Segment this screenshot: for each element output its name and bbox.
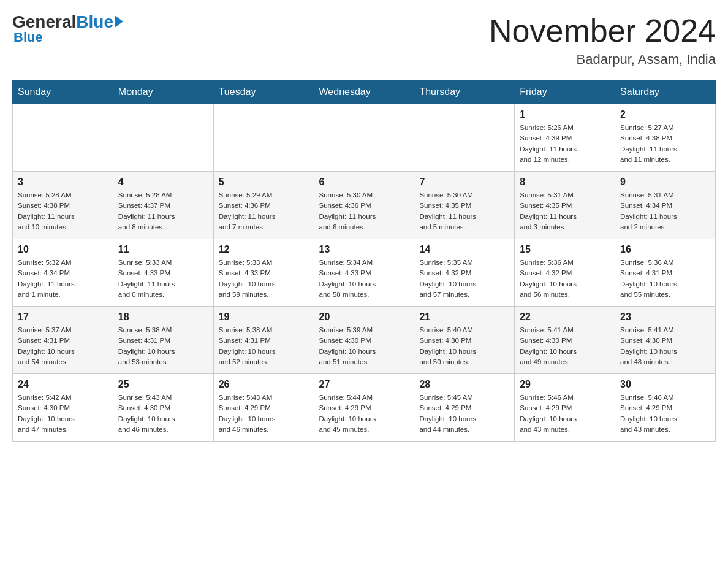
weekday-header-saturday: Saturday (615, 80, 716, 104)
calendar-week-row: 10Sunrise: 5:32 AMSunset: 4:34 PMDayligh… (13, 239, 716, 307)
day-info: Sunrise: 5:44 AMSunset: 4:29 PMDaylight:… (319, 393, 409, 435)
logo: General Blue Blue (12, 12, 123, 45)
day-number: 30 (620, 379, 710, 390)
logo-arrow-icon (115, 15, 123, 28)
calendar-cell: 12Sunrise: 5:33 AMSunset: 4:33 PMDayligh… (213, 239, 314, 307)
day-number: 24 (18, 379, 108, 390)
day-number: 19 (219, 312, 309, 323)
day-number: 10 (18, 244, 108, 255)
weekday-header-thursday: Thursday (414, 80, 515, 104)
day-info: Sunrise: 5:42 AMSunset: 4:30 PMDaylight:… (18, 393, 108, 435)
day-number: 29 (520, 379, 610, 390)
day-info: Sunrise: 5:32 AMSunset: 4:34 PMDaylight:… (18, 258, 108, 300)
calendar-cell: 28Sunrise: 5:45 AMSunset: 4:29 PMDayligh… (414, 374, 515, 442)
day-info: Sunrise: 5:45 AMSunset: 4:29 PMDaylight:… (419, 393, 509, 435)
calendar-week-row: 1Sunrise: 5:26 AMSunset: 4:39 PMDaylight… (13, 104, 716, 172)
day-info: Sunrise: 5:28 AMSunset: 4:38 PMDaylight:… (18, 190, 108, 232)
calendar-cell: 27Sunrise: 5:44 AMSunset: 4:29 PMDayligh… (314, 374, 414, 442)
calendar-cell: 23Sunrise: 5:41 AMSunset: 4:30 PMDayligh… (615, 307, 716, 374)
calendar-cell: 16Sunrise: 5:36 AMSunset: 4:31 PMDayligh… (615, 239, 716, 307)
calendar-cell: 21Sunrise: 5:40 AMSunset: 4:30 PMDayligh… (414, 307, 515, 374)
weekday-header-wednesday: Wednesday (314, 80, 414, 104)
day-number: 6 (319, 177, 409, 188)
calendar-week-row: 24Sunrise: 5:42 AMSunset: 4:30 PMDayligh… (13, 374, 716, 442)
day-number: 21 (419, 312, 509, 323)
calendar-cell: 18Sunrise: 5:38 AMSunset: 4:31 PMDayligh… (113, 307, 213, 374)
day-number: 9 (620, 177, 710, 188)
day-info: Sunrise: 5:39 AMSunset: 4:30 PMDaylight:… (319, 325, 409, 367)
weekday-header-sunday: Sunday (13, 80, 113, 104)
logo-subtitle: Blue (12, 29, 43, 45)
day-info: Sunrise: 5:37 AMSunset: 4:31 PMDaylight:… (18, 325, 108, 367)
day-info: Sunrise: 5:41 AMSunset: 4:30 PMDaylight:… (520, 325, 610, 367)
day-info: Sunrise: 5:43 AMSunset: 4:30 PMDaylight:… (118, 393, 208, 435)
day-number: 4 (118, 177, 208, 188)
calendar-week-row: 17Sunrise: 5:37 AMSunset: 4:31 PMDayligh… (13, 307, 716, 374)
calendar-cell (213, 104, 314, 172)
day-info: Sunrise: 5:35 AMSunset: 4:32 PMDaylight:… (419, 258, 509, 300)
calendar-cell: 22Sunrise: 5:41 AMSunset: 4:30 PMDayligh… (515, 307, 615, 374)
day-number: 14 (419, 244, 509, 255)
calendar-cell: 17Sunrise: 5:37 AMSunset: 4:31 PMDayligh… (13, 307, 113, 374)
day-number: 2 (620, 109, 710, 120)
weekday-header-tuesday: Tuesday (213, 80, 314, 104)
day-number: 25 (118, 379, 208, 390)
day-number: 1 (520, 109, 610, 120)
day-number: 17 (18, 312, 108, 323)
calendar-cell: 2Sunrise: 5:27 AMSunset: 4:38 PMDaylight… (615, 104, 716, 172)
logo-blue-text: Blue (76, 12, 113, 32)
day-info: Sunrise: 5:41 AMSunset: 4:30 PMDaylight:… (620, 325, 710, 367)
calendar-cell (414, 104, 515, 172)
day-number: 22 (520, 312, 610, 323)
day-info: Sunrise: 5:33 AMSunset: 4:33 PMDaylight:… (118, 258, 208, 300)
weekday-header-friday: Friday (515, 80, 615, 104)
day-info: Sunrise: 5:28 AMSunset: 4:37 PMDaylight:… (118, 190, 208, 232)
calendar-cell: 8Sunrise: 5:31 AMSunset: 4:35 PMDaylight… (515, 172, 615, 239)
calendar-cell (13, 104, 113, 172)
day-info: Sunrise: 5:31 AMSunset: 4:34 PMDaylight:… (620, 190, 710, 232)
day-number: 8 (520, 177, 610, 188)
header: General Blue Blue November 2024 Badarpur… (12, 12, 716, 67)
day-info: Sunrise: 5:34 AMSunset: 4:33 PMDaylight:… (319, 258, 409, 300)
calendar-cell: 4Sunrise: 5:28 AMSunset: 4:37 PMDaylight… (113, 172, 213, 239)
calendar-cell: 3Sunrise: 5:28 AMSunset: 4:38 PMDaylight… (13, 172, 113, 239)
day-info: Sunrise: 5:30 AMSunset: 4:35 PMDaylight:… (419, 190, 509, 232)
day-info: Sunrise: 5:36 AMSunset: 4:32 PMDaylight:… (520, 258, 610, 300)
calendar-cell: 1Sunrise: 5:26 AMSunset: 4:39 PMDaylight… (515, 104, 615, 172)
weekday-header-row: SundayMondayTuesdayWednesdayThursdayFrid… (13, 80, 716, 104)
day-info: Sunrise: 5:30 AMSunset: 4:36 PMDaylight:… (319, 190, 409, 232)
calendar-cell: 24Sunrise: 5:42 AMSunset: 4:30 PMDayligh… (13, 374, 113, 442)
calendar-table: SundayMondayTuesdayWednesdayThursdayFrid… (12, 80, 716, 442)
day-info: Sunrise: 5:27 AMSunset: 4:38 PMDaylight:… (620, 123, 710, 165)
day-info: Sunrise: 5:38 AMSunset: 4:31 PMDaylight:… (118, 325, 208, 367)
day-number: 7 (419, 177, 509, 188)
calendar-cell: 20Sunrise: 5:39 AMSunset: 4:30 PMDayligh… (314, 307, 414, 374)
day-number: 26 (219, 379, 309, 390)
day-info: Sunrise: 5:26 AMSunset: 4:39 PMDaylight:… (520, 123, 610, 165)
day-info: Sunrise: 5:43 AMSunset: 4:29 PMDaylight:… (219, 393, 309, 435)
calendar-cell: 19Sunrise: 5:38 AMSunset: 4:31 PMDayligh… (213, 307, 314, 374)
calendar-cell: 29Sunrise: 5:46 AMSunset: 4:29 PMDayligh… (515, 374, 615, 442)
calendar-cell: 5Sunrise: 5:29 AMSunset: 4:36 PMDaylight… (213, 172, 314, 239)
day-info: Sunrise: 5:38 AMSunset: 4:31 PMDaylight:… (219, 325, 309, 367)
day-info: Sunrise: 5:40 AMSunset: 4:30 PMDaylight:… (419, 325, 509, 367)
day-number: 20 (319, 312, 409, 323)
calendar-cell: 13Sunrise: 5:34 AMSunset: 4:33 PMDayligh… (314, 239, 414, 307)
day-number: 5 (219, 177, 309, 188)
calendar-cell: 7Sunrise: 5:30 AMSunset: 4:35 PMDaylight… (414, 172, 515, 239)
day-info: Sunrise: 5:29 AMSunset: 4:36 PMDaylight:… (219, 190, 309, 232)
day-info: Sunrise: 5:36 AMSunset: 4:31 PMDaylight:… (620, 258, 710, 300)
calendar-cell: 11Sunrise: 5:33 AMSunset: 4:33 PMDayligh… (113, 239, 213, 307)
day-number: 28 (419, 379, 509, 390)
day-number: 15 (520, 244, 610, 255)
month-title: November 2024 (489, 12, 716, 49)
calendar-cell: 9Sunrise: 5:31 AMSunset: 4:34 PMDaylight… (615, 172, 716, 239)
calendar-cell: 30Sunrise: 5:46 AMSunset: 4:29 PMDayligh… (615, 374, 716, 442)
weekday-header-monday: Monday (113, 80, 213, 104)
calendar-cell: 10Sunrise: 5:32 AMSunset: 4:34 PMDayligh… (13, 239, 113, 307)
day-number: 3 (18, 177, 108, 188)
calendar-cell: 25Sunrise: 5:43 AMSunset: 4:30 PMDayligh… (113, 374, 213, 442)
day-info: Sunrise: 5:33 AMSunset: 4:33 PMDaylight:… (219, 258, 309, 300)
day-number: 11 (118, 244, 208, 255)
day-number: 23 (620, 312, 710, 323)
